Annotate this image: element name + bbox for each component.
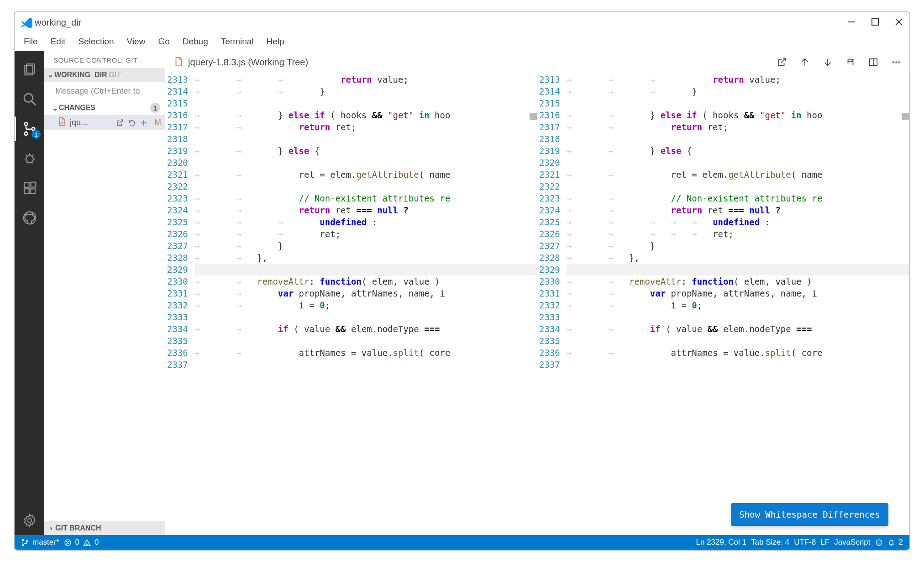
stage-changes-icon[interactable] [140, 119, 148, 127]
svg-rect-19 [24, 183, 29, 188]
commit-input[interactable] [55, 86, 158, 96]
repo-header[interactable]: ⌄ WORKING_DIR GIT [44, 68, 165, 82]
svg-point-33 [895, 61, 897, 63]
svg-line-18 [31, 162, 33, 164]
changes-label: CHANGES [59, 104, 95, 112]
svg-rect-21 [30, 189, 35, 194]
status-tabsize[interactable]: Tab Size: 4 [751, 538, 789, 547]
svg-point-44 [878, 541, 878, 542]
git-branch-label: GIT BRANCH [55, 524, 101, 532]
svg-rect-20 [24, 189, 29, 194]
svg-point-8 [24, 122, 27, 126]
open-file-icon[interactable] [116, 119, 124, 127]
svg-point-36 [22, 544, 24, 546]
menu-help[interactable]: Help [260, 35, 291, 48]
repo-sub: GIT [109, 71, 121, 79]
open-file-action[interactable] [777, 57, 787, 67]
js-file-icon: JS [57, 117, 66, 128]
menu-view[interactable]: View [121, 35, 152, 48]
svg-point-24 [27, 518, 31, 522]
discard-changes-icon[interactable] [128, 119, 136, 127]
status-cursor[interactable]: Ln 2329, Col 1 [696, 538, 746, 547]
svg-point-34 [898, 61, 900, 63]
menu-edit[interactable]: Edit [44, 35, 72, 48]
scm-badge: 1 [31, 130, 41, 139]
gutter-right: 2313 2314 2315 2316 2317 2318 2319 2320 … [537, 74, 566, 535]
whitespace-icon[interactable] [845, 57, 856, 67]
code-left[interactable]: → → → return value;→ → → } → → } else if… [194, 74, 537, 535]
menu-selection[interactable]: Selection [72, 35, 120, 48]
overview-ruler-left[interactable] [530, 113, 537, 120]
window-title: working_dir [35, 17, 81, 28]
activity-github[interactable] [15, 203, 44, 233]
menu-debug[interactable]: Debug [176, 35, 215, 48]
menu-file[interactable]: File [17, 35, 44, 48]
status-eol[interactable]: LF [820, 538, 830, 547]
editor-window: working_dir File Edit Selection View Go … [14, 11, 910, 551]
status-feedback[interactable] [875, 539, 883, 546]
tab-label[interactable]: jquery-1.8.3.js (Working Tree) [188, 57, 308, 68]
svg-point-45 [880, 541, 880, 542]
svg-line-14 [32, 154, 33, 156]
maximize-button[interactable] [871, 18, 879, 27]
change-item[interactable]: JS jqu... M [44, 115, 165, 130]
chevron-down-icon: ⌄ [51, 104, 59, 112]
editor-group: jquery-1.8.3.js (Working Tree) 2313 2314… [165, 51, 909, 535]
repo-name: WORKING_DIR [54, 71, 107, 79]
menubar: File Edit Selection View Go Debug Termin… [15, 32, 909, 51]
status-encoding[interactable]: UTF-8 [794, 538, 816, 547]
activity-extensions[interactable] [15, 173, 44, 203]
status-branch[interactable]: master* [21, 538, 59, 547]
svg-point-42 [87, 544, 87, 545]
tabbar: jquery-1.8.3.js (Working Tree) [165, 51, 909, 74]
svg-line-7 [31, 101, 36, 105]
svg-point-43 [876, 540, 882, 546]
vscode-icon [21, 16, 33, 28]
diff-pane-right[interactable]: 2313 2314 2315 2316 2317 2318 2319 2320 … [537, 74, 909, 535]
svg-line-13 [26, 154, 27, 156]
svg-rect-1 [872, 19, 878, 25]
diff-pane-left[interactable]: 2313 2314 2315 2316 2317 2318 2319 2320 … [165, 74, 537, 535]
status-problems[interactable]: 0 0 [64, 538, 99, 547]
statusbar: master* 0 0 Ln 2329, Col 1 Tab Size: 4 U… [15, 535, 909, 550]
menu-go[interactable]: Go [152, 35, 176, 48]
activity-debug[interactable] [15, 143, 44, 173]
previous-change-icon[interactable] [800, 57, 810, 67]
changes-header[interactable]: ⌄ CHANGES 1 [44, 101, 165, 115]
activity-settings[interactable] [15, 505, 44, 535]
gutter-left: 2313 2314 2315 2316 2317 2318 2319 2320 … [165, 74, 194, 535]
svg-text:JS: JS [60, 121, 64, 124]
activity-search[interactable] [15, 84, 44, 114]
show-whitespace-button[interactable]: Show Whitespace Differences [731, 503, 888, 526]
svg-point-32 [892, 61, 894, 63]
sidebar-title: SOURCE CONTROL: GIT [44, 51, 165, 68]
split-editor-icon[interactable] [868, 57, 878, 67]
next-change-icon[interactable] [823, 57, 833, 67]
svg-line-17 [26, 162, 28, 164]
status-notifications[interactable]: 2 [887, 538, 903, 547]
activity-explorer[interactable] [15, 54, 44, 84]
chevron-right-icon: › [47, 524, 55, 532]
close-button[interactable] [895, 18, 903, 27]
svg-rect-22 [31, 182, 36, 187]
file-status-letter: M [154, 118, 161, 127]
js-file-icon [173, 57, 184, 68]
commit-message-box [44, 82, 165, 101]
status-language[interactable]: JavaScript [834, 538, 870, 547]
code-right[interactable]: → → → return value;→ → → } → → } else if… [566, 74, 909, 535]
svg-point-6 [24, 94, 33, 102]
svg-point-9 [24, 132, 27, 135]
change-file-name: jqu... [70, 118, 88, 127]
sidebar: SOURCE CONTROL: GIT ⌄ WORKING_DIR GIT ⌄ … [44, 51, 165, 535]
activity-scm[interactable]: 1 [15, 114, 44, 143]
changes-count: 1 [150, 103, 160, 113]
svg-point-37 [26, 540, 27, 541]
activity-bar: 1 [15, 51, 44, 535]
menu-terminal[interactable]: Terminal [215, 35, 260, 48]
git-branch-section[interactable]: › GIT BRANCH [44, 521, 165, 535]
minimize-button[interactable] [847, 18, 856, 27]
more-actions-icon[interactable] [891, 57, 901, 67]
app-logo [21, 16, 33, 28]
overview-ruler-right[interactable] [902, 113, 909, 120]
chevron-down-icon: ⌄ [46, 70, 54, 79]
